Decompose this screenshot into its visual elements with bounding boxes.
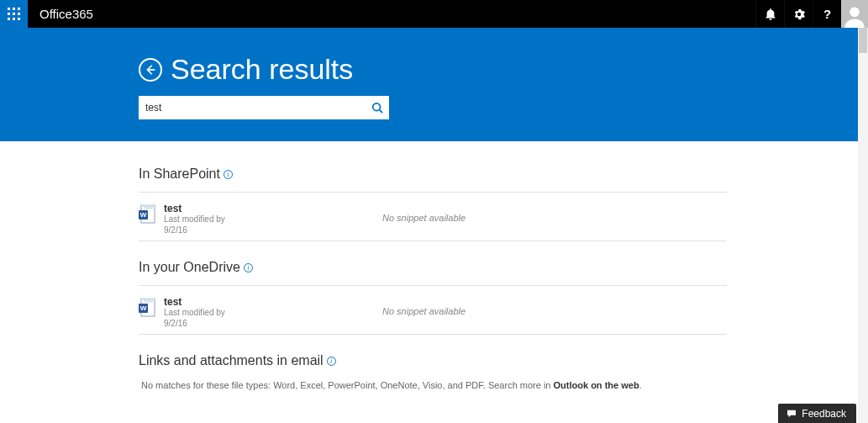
svg-rect-0 — [8, 8, 10, 10]
help-button[interactable]: ? — [813, 0, 841, 28]
section-title-text: In your OneDrive — [139, 260, 240, 275]
person-icon — [843, 4, 866, 28]
info-icon[interactable]: i — [327, 357, 336, 366]
search-box — [139, 96, 389, 119]
section-sharepoint: In SharePoint i W test Last modified by … — [139, 167, 723, 241]
result-snippet: No snippet available — [382, 203, 466, 235]
svg-rect-4 — [13, 13, 15, 15]
feedback-button[interactable]: Feedback — [778, 404, 856, 423]
svg-line-12 — [380, 110, 383, 114]
waffle-icon — [8, 8, 20, 20]
result-meta: test Last modified by 9/2/16 — [164, 203, 382, 235]
brand-prefix: Office — [39, 7, 72, 21]
section-email: Links and attachments in email i No matc… — [139, 353, 723, 390]
result-name: test — [164, 296, 382, 308]
account-avatar[interactable] — [841, 0, 868, 28]
svg-point-9 — [850, 8, 860, 18]
search-icon — [371, 102, 383, 114]
brand-suffix: 365 — [72, 7, 93, 21]
svg-rect-2 — [18, 8, 20, 10]
notifications-button[interactable] — [755, 0, 784, 28]
email-note-text: No matches for these file types: Word, E… — [141, 380, 554, 390]
svg-rect-7 — [13, 18, 15, 20]
svg-rect-6 — [8, 18, 10, 20]
feedback-label: Feedback — [802, 408, 846, 420]
info-icon[interactable]: i — [224, 170, 233, 179]
arrow-left-icon — [145, 64, 156, 76]
result-name: test — [164, 203, 382, 214]
email-note-suffix: . — [639, 380, 642, 390]
divider — [139, 192, 727, 193]
divider — [139, 285, 727, 286]
scrollbar-thumb[interactable] — [859, 28, 867, 53]
page-title: Search results — [171, 53, 353, 86]
speech-bubble-icon — [786, 410, 797, 418]
svg-rect-5 — [18, 13, 20, 15]
back-button[interactable] — [139, 58, 162, 82]
search-input[interactable] — [139, 96, 366, 119]
svg-text:W: W — [140, 211, 147, 219]
result-meta: test Last modified by 9/2/16 — [164, 296, 382, 329]
result-snippet: No snippet available — [382, 296, 466, 329]
section-title-onedrive: In your OneDrive i — [139, 260, 723, 275]
section-title-email: Links and attachments in email i — [139, 353, 723, 368]
bell-icon — [765, 8, 776, 20]
section-onedrive: In your OneDrive i W test Last modified … — [139, 260, 723, 335]
svg-text:W: W — [140, 304, 147, 312]
scrollbar[interactable] — [858, 28, 868, 423]
svg-rect-3 — [8, 13, 10, 15]
result-modified-label: Last modified by — [164, 214, 382, 225]
result-date: 9/2/16 — [164, 319, 382, 330]
email-note: No matches for these file types: Word, E… — [139, 380, 723, 390]
results-area: In SharePoint i W test Last modified by … — [0, 141, 723, 390]
svg-point-11 — [373, 103, 381, 111]
section-title-sharepoint: In SharePoint i — [139, 167, 723, 182]
search-submit-button[interactable] — [366, 102, 389, 114]
word-doc-icon: W — [139, 298, 157, 329]
settings-button[interactable] — [784, 0, 813, 28]
result-row[interactable]: W test Last modified by 9/2/16 No snippe… — [139, 293, 727, 335]
result-date: 9/2/16 — [164, 225, 382, 236]
gear-icon — [793, 8, 805, 20]
info-icon[interactable]: i — [244, 263, 253, 272]
svg-rect-1 — [13, 8, 15, 10]
outlook-link[interactable]: Outlook on the web — [554, 380, 639, 390]
result-row[interactable]: W test Last modified by 9/2/16 No snippe… — [139, 199, 727, 241]
search-hero: Search results — [0, 28, 868, 141]
result-modified-label: Last modified by — [164, 308, 382, 319]
top-bar: Office 365 ? — [0, 0, 868, 28]
app-launcher-button[interactable] — [0, 0, 28, 28]
svg-rect-8 — [18, 18, 20, 20]
section-title-text: Links and attachments in email — [139, 353, 324, 368]
section-title-text: In SharePoint — [139, 167, 220, 182]
word-doc-icon: W — [139, 204, 157, 235]
brand-label: Office 365 — [28, 0, 105, 28]
